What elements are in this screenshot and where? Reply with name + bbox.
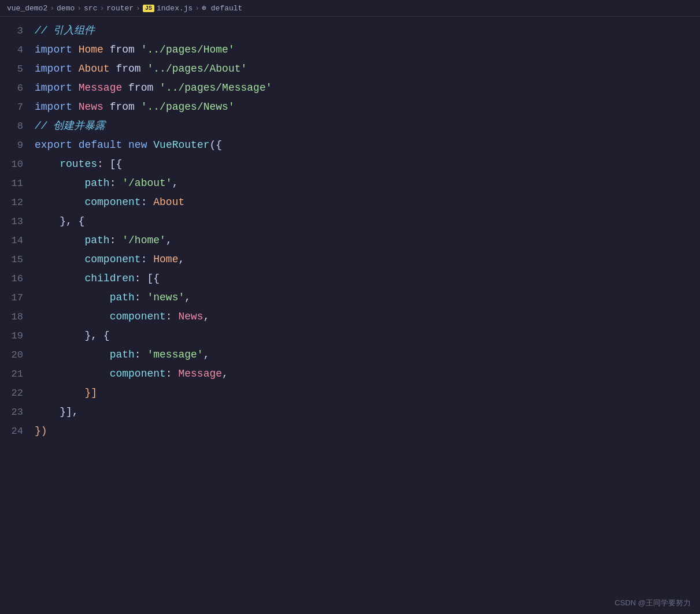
code-line: 12 component: About (0, 193, 700, 212)
line-content: }], (35, 403, 700, 421)
line-content: path: 'message', (35, 345, 700, 364)
code-line: 17 path: 'news', (0, 288, 700, 307)
line-content: }, { (35, 326, 700, 345)
line-number: 16 (0, 270, 35, 288)
line-number: 14 (0, 232, 35, 250)
line-content: component: News, (35, 307, 700, 326)
breadcrumb-part: src (84, 4, 97, 13)
breadcrumb-sep: › (77, 4, 82, 13)
code-line: 10 routes: [{ (0, 155, 700, 174)
footer-text: CSDN @王同学要努力 (614, 598, 691, 608)
line-content: component: Home, (35, 250, 700, 269)
code-line: 6import Message from '../pages/Message' (0, 79, 700, 98)
breadcrumb: vue_demo2 › demo › src › router › JS ind… (0, 0, 700, 17)
line-number: 6 (0, 79, 35, 98)
line-number: 12 (0, 193, 35, 212)
line-content: path: 'news', (35, 288, 700, 307)
line-number: 21 (0, 365, 35, 384)
line-number: 10 (0, 155, 35, 174)
line-number: 5 (0, 60, 35, 79)
line-content: }) (35, 422, 700, 440)
breadcrumb-part: ⊕ default (202, 3, 242, 13)
line-content: // 创建并暴露 (35, 117, 700, 135)
line-content: import About from '../pages/About' (35, 59, 700, 78)
breadcrumb-part: demo (57, 4, 75, 13)
breadcrumb-sep: › (99, 4, 104, 13)
code-line: 4import Home from '../pages/Home' (0, 40, 700, 59)
code-line: 11 path: '/about', (0, 174, 700, 193)
line-content: component: About (35, 193, 700, 211)
code-line: 7import News from '../pages/News' (0, 98, 700, 117)
line-number: 22 (0, 384, 35, 403)
line-number: 19 (0, 327, 35, 345)
line-content: import Home from '../pages/Home' (35, 40, 700, 59)
code-line: 22 }] (0, 384, 700, 403)
code-line: 13 }, { (0, 212, 700, 231)
code-editor: 3// 引入组件4import Home from '../pages/Home… (0, 17, 700, 445)
line-content: children: [{ (35, 269, 700, 288)
code-line: 20 path: 'message', (0, 345, 700, 364)
breadcrumb-sep: › (136, 4, 140, 13)
js-badge: JS (143, 5, 154, 12)
breadcrumb-part: router (106, 4, 134, 13)
line-number: 3 (0, 22, 35, 40)
breadcrumb-part: index.js (157, 4, 192, 13)
line-number: 4 (0, 41, 35, 59)
line-number: 15 (0, 251, 35, 269)
code-line: 19 }, { (0, 326, 700, 345)
code-line: 24}) (0, 422, 700, 441)
line-content: import News from '../pages/News' (35, 98, 700, 116)
code-line: 5import About from '../pages/About' (0, 59, 700, 79)
code-line: 15 component: Home, (0, 250, 700, 269)
code-line: 14 path: '/home', (0, 231, 700, 250)
code-line: 23 }], (0, 403, 700, 422)
line-content: // 引入组件 (35, 21, 700, 40)
line-number: 9 (0, 136, 35, 155)
line-content: component: Message, (35, 364, 700, 383)
code-line: 3// 引入组件 (0, 21, 700, 40)
line-content: path: '/about', (35, 174, 700, 192)
line-number: 17 (0, 289, 35, 307)
line-number: 8 (0, 117, 35, 136)
breadcrumb-part: vue_demo2 (7, 4, 47, 13)
line-number: 11 (0, 174, 35, 193)
code-line: 9export default new VueRouter({ (0, 136, 700, 155)
line-content: }] (35, 384, 700, 402)
line-number: 24 (0, 422, 35, 441)
line-number: 7 (0, 98, 35, 117)
code-line: 21 component: Message, (0, 364, 700, 384)
code-line: 8// 创建并暴露 (0, 117, 700, 136)
line-number: 13 (0, 213, 35, 231)
code-line: 18 component: News, (0, 307, 700, 326)
line-content: routes: [{ (35, 155, 700, 173)
line-number: 20 (0, 346, 35, 364)
line-number: 23 (0, 403, 35, 422)
line-content: }, { (35, 212, 700, 230)
breadcrumb-sep: › (195, 4, 199, 13)
line-content: export default new VueRouter({ (35, 136, 700, 154)
code-line: 16 children: [{ (0, 269, 700, 288)
line-content: import Message from '../pages/Message' (35, 79, 700, 97)
line-content: path: '/home', (35, 231, 700, 250)
breadcrumb-sep: › (50, 4, 54, 13)
line-number: 18 (0, 308, 35, 326)
